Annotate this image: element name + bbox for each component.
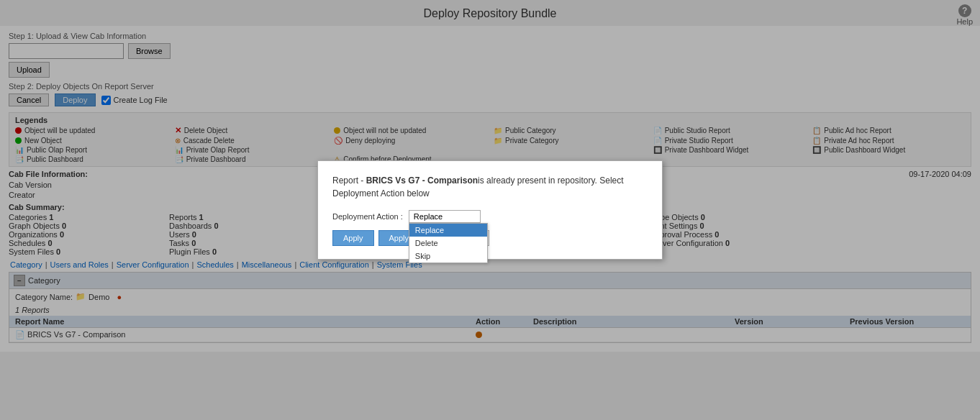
modal-message: Report - BRICS Vs G7 - Comparisonis alre…: [332, 174, 648, 200]
modal-action-row: Deployment Action : Replace Delete Skip …: [332, 210, 648, 223]
deployment-action-label: Deployment Action :: [332, 212, 403, 221]
dropdown-skip[interactable]: Skip: [409, 250, 487, 262]
modal-dialog: Report - BRICS Vs G7 - Comparisonis alre…: [317, 160, 663, 260]
modal-overlay: Report - BRICS Vs G7 - Comparisonis alre…: [0, 0, 980, 420]
modal-report-name: BRICS Vs G7 - Comparison: [366, 175, 478, 186]
modal-apply-button[interactable]: Apply: [332, 230, 374, 246]
deployment-action-select[interactable]: Replace Delete Skip: [409, 210, 481, 223]
deployment-action-select-wrapper[interactable]: Replace Delete Skip Replace Delete Skip: [409, 210, 481, 223]
dropdown-replace[interactable]: Replace: [409, 224, 487, 237]
dropdown-delete[interactable]: Delete: [409, 237, 487, 250]
deployment-dropdown[interactable]: Replace Delete Skip: [409, 223, 488, 263]
modal-buttons: Apply Apply to All Cancel: [332, 230, 648, 246]
